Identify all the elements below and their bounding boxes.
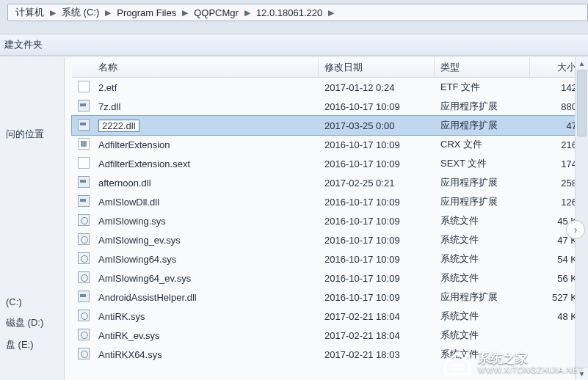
file-row[interactable]: 2.etf2017-01-12 0:24ETF 文件142 [72, 78, 575, 97]
sys-icon [78, 348, 90, 359]
watermark-url: WWW.XITONGZHIJIA.NET [478, 365, 584, 374]
file-size: 54 K [530, 254, 581, 265]
address-bar[interactable]: 计算机 ▶ 系统 (C:) ▶ Program Files ▶ QQPCMgr … [7, 4, 588, 21]
sidebar-item-drive-e[interactable]: 盘 (E:) [0, 334, 64, 356]
sidebar-item-drive-d[interactable]: 磁盘 (D:) [0, 312, 64, 334]
file-name: AmISlowing64_ev.sys [98, 273, 191, 284]
file-date: 2017-02-21 18:04 [319, 311, 435, 322]
scroll-up-icon[interactable]: ▲ [576, 57, 588, 70]
file-size: 142 [530, 82, 581, 93]
column-header-row: 名称 修改日期 类型 大小 [72, 57, 575, 78]
file-size: 258 [530, 178, 581, 189]
file-date: 2017-02-25 0:21 [319, 178, 435, 189]
column-header-type[interactable]: 类型 [435, 57, 530, 77]
new-folder-button[interactable]: 建文件夹 [4, 38, 43, 51]
file-row[interactable]: AmISlowDll.dll2016-10-17 10:09应用程序扩展126 [72, 192, 575, 211]
crx-icon [78, 138, 90, 150]
file-row[interactable]: afternoon.dll2017-02-25 0:21应用程序扩展258 [72, 173, 575, 192]
house-icon [443, 351, 472, 376]
dll-icon [78, 176, 90, 188]
chevron-right-icon[interactable]: ▶ [327, 8, 335, 18]
sidebar-item-recent[interactable]: 问的位置 [0, 123, 64, 145]
file-name: 7z.dll [98, 101, 120, 112]
file-row[interactable]: AndroidAssistHelper.dll2016-10-17 10:09应… [72, 288, 575, 307]
file-size: 47 [530, 120, 581, 131]
sys-icon [78, 329, 90, 340]
file-date: 2016-10-17 10:09 [319, 216, 435, 227]
file-name: afternoon.dll [98, 178, 151, 189]
breadcrumb-segment[interactable]: 12.0.18061.220 [252, 7, 327, 18]
file-row[interactable]: 2222.dll2017-03-25 0:00应用程序扩展47 [72, 116, 575, 135]
file-date: 2017-01-12 0:24 [319, 82, 435, 93]
file-type: 应用程序扩展 [435, 291, 530, 304]
file-type: 应用程序扩展 [435, 176, 530, 189]
scroll-thumb[interactable] [577, 70, 587, 136]
sys-icon [78, 310, 90, 321]
chevron-right-icon: › [574, 224, 578, 235]
file-row[interactable]: AdfilterExtension2016-10-17 10:09CRX 文件2… [72, 135, 575, 154]
file-size: 527 K [530, 292, 581, 303]
file-date: 2017-03-25 0:00 [319, 120, 435, 131]
vertical-scrollbar[interactable]: ▲ ▼ [575, 57, 588, 380]
file-row[interactable]: AmISlowing64_ev.sys2016-10-17 10:09系统文件5… [72, 268, 575, 288]
chevron-right-icon[interactable]: ▶ [48, 8, 57, 18]
breadcrumb-segment[interactable]: 系统 (C:) [57, 6, 104, 19]
file-date: 2016-10-17 10:09 [319, 158, 435, 169]
file-row[interactable]: AdfilterExtension.sext2016-10-17 10:09SE… [72, 154, 575, 173]
file-name: 2.etf [98, 82, 117, 93]
address-bar-row: 计算机 ▶ 系统 (C:) ▶ Program Files ▶ QQPCMgr … [7, 3, 588, 22]
file-row[interactable]: AmISlowing.sys2016-10-17 10:09系统文件45 K [72, 211, 575, 230]
file-date: 2016-10-17 10:09 [319, 235, 435, 246]
chevron-right-icon[interactable]: ▶ [181, 8, 189, 18]
file-size: 880 [530, 101, 581, 112]
file-row[interactable]: AntiRK_ev.sys2017-02-21 18:04系统文件 [72, 326, 575, 345]
file-list-pane: 名称 修改日期 类型 大小 2.etf2017-01-12 0:24ETF 文件… [65, 57, 588, 380]
toolbar: 建文件夹 [0, 34, 588, 56]
file-name: AdfilterExtension [98, 139, 170, 150]
sys-icon [78, 271, 90, 283]
file-rows: 2.etf2017-01-12 0:24ETF 文件1427z.dll2016-… [72, 78, 575, 364]
svg-rect-0 [451, 365, 463, 367]
file-date: 2017-02-21 18:03 [319, 349, 435, 360]
sys-icon [78, 252, 90, 264]
sidebar-item-drive-c[interactable]: (C:) [0, 292, 64, 312]
file-type: CRX 文件 [435, 138, 530, 151]
file-date: 2016-10-17 10:09 [319, 197, 435, 208]
breadcrumb-segment[interactable]: QQPCMgr [189, 7, 243, 18]
file-row[interactable]: AmISlowing_ev.sys2016-10-17 10:09系统文件47 … [72, 230, 575, 249]
svg-rect-2 [465, 354, 468, 360]
file-type: ETF 文件 [435, 81, 530, 94]
file-name: AndroidAssistHelper.dll [98, 292, 197, 303]
file-name: AmISlowing64.sys [98, 254, 176, 265]
chevron-right-icon[interactable]: ▶ [243, 8, 252, 18]
breadcrumb-segment[interactable]: 计算机 [11, 6, 48, 19]
file-type: SEXT 文件 [435, 157, 530, 170]
file-row[interactable]: AmISlowing64.sys2016-10-17 10:09系统文件54 K [72, 249, 575, 268]
file-icon [78, 157, 90, 169]
file-date: 2016-10-17 10:09 [319, 101, 435, 112]
dll-icon [78, 291, 90, 302]
column-header-date[interactable]: 修改日期 [319, 57, 435, 77]
file-size: 48 K [530, 311, 581, 322]
file-name: 2222.dll [98, 120, 139, 132]
file-name: AmISlowing_ev.sys [98, 235, 181, 246]
file-name: AmISlowDll.dll [98, 197, 159, 208]
file-date: 2017-02-21 18:04 [319, 330, 435, 341]
file-name: AntiRK.sys [98, 311, 145, 322]
column-header-icon[interactable] [72, 57, 92, 77]
file-row[interactable]: 7z.dll2016-10-17 10:09应用程序扩展880 [72, 97, 575, 116]
forward-nav-bubble[interactable]: › [566, 220, 585, 239]
file-row[interactable]: AntiRK.sys2017-02-21 18:04系统文件48 K [72, 307, 575, 326]
dll-icon [78, 100, 90, 112]
file-type: 系统文件 [435, 310, 530, 323]
column-header-size[interactable]: 大小 [530, 57, 581, 77]
file-date: 2016-10-17 10:09 [319, 139, 435, 150]
file-name: AntiRK_ev.sys [98, 330, 160, 341]
file-type: 系统文件 [435, 329, 530, 342]
breadcrumb-segment[interactable]: Program Files [112, 7, 181, 18]
watermark: 系统之家 WWW.XITONGZHIJIA.NET [443, 351, 584, 376]
chevron-right-icon[interactable]: ▶ [104, 8, 112, 18]
file-size: 56 K [530, 273, 581, 284]
column-header-name[interactable]: 名称 [92, 57, 319, 77]
file-type: 应用程序扩展 [435, 119, 530, 132]
